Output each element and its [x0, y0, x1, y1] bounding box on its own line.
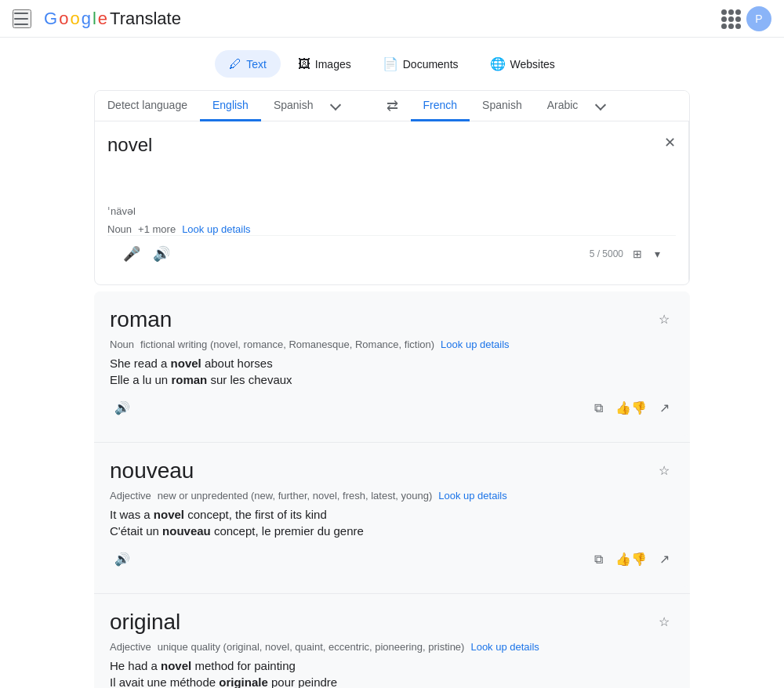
example-fr: Il avait une méthode originale pour pein…	[110, 675, 674, 688]
images-icon: 🖼	[298, 57, 310, 71]
more-options-button[interactable]: ▾	[652, 244, 663, 263]
list-item: roman ☆ Noun fictional writing (novel, r…	[94, 291, 690, 436]
tab-text-label: Text	[246, 58, 267, 71]
pos-row: Adjective unique quality (original, nove…	[110, 641, 674, 653]
translate-box: Detect language English Spanish ⇄ French…	[94, 90, 690, 285]
websites-icon: 🌐	[490, 56, 506, 71]
source-more-button[interactable]	[325, 95, 346, 118]
target-lang-selector: French Spanish Arabic	[411, 91, 690, 121]
lookup-link[interactable]: Look up details	[441, 339, 509, 350]
tab-images[interactable]: 🖼 Images	[284, 50, 365, 78]
synonyms: fictional writing (novel, romance, Roman…	[140, 339, 434, 350]
result-actions: ⧉ 👍👎 ↗	[590, 396, 674, 420]
copy-button[interactable]: ⧉	[590, 397, 608, 420]
more-tag: +1 more	[138, 223, 176, 235]
bold-word: novel	[154, 508, 184, 521]
lookup-details-link[interactable]: Look up details	[182, 223, 250, 235]
pos-row: Noun fictional writing (novel, romance, …	[110, 339, 674, 350]
example-fr: Elle a lu un roman sur les chevaux	[110, 373, 674, 386]
source-panel: ✕ novel ˈnävəl Noun +1 more Look up deta…	[95, 121, 689, 284]
source-english-button[interactable]: English	[200, 91, 261, 121]
result-actions: ⧉ 👍👎 ↗	[590, 547, 674, 571]
bold-word-fr: nouveau	[162, 524, 211, 538]
speaker-button[interactable]: 🔊	[150, 242, 173, 266]
clear-button[interactable]: ✕	[661, 131, 679, 154]
list-item: original ☆ Adjective unique quality (ori…	[94, 594, 690, 688]
results-area: roman ☆ Noun fictional writing (novel, r…	[94, 291, 690, 688]
copy-button[interactable]: ⧉	[590, 548, 608, 571]
detect-language-button[interactable]: Detect language	[95, 91, 200, 121]
translation-word: roman	[110, 307, 172, 332]
target-arabic-button[interactable]: Arabic	[535, 91, 591, 121]
app-name: Translate	[110, 9, 181, 29]
save-button[interactable]: ☆	[654, 610, 674, 634]
char-count: 5 / 5000 ⊞ ▾	[590, 244, 663, 263]
tab-images-label: Images	[315, 58, 351, 71]
audio-button[interactable]: 🔊	[110, 396, 135, 420]
bold-word: novel	[171, 357, 201, 370]
pos-tag: Noun	[107, 223, 132, 235]
target-more-button[interactable]	[590, 95, 611, 118]
share-button[interactable]: ↗	[655, 396, 674, 420]
example-en: It was a novel concept, the first of its…	[110, 508, 674, 521]
pos-row: Adjective new or unpredented (new, furth…	[110, 490, 674, 502]
audio-button[interactable]: 🔊	[110, 547, 135, 571]
lookup-link[interactable]: Look up details	[470, 641, 539, 653]
lookup-link[interactable]: Look up details	[438, 490, 506, 502]
tab-websites[interactable]: 🌐 Websites	[476, 50, 569, 78]
translation-word: original	[110, 610, 180, 635]
app-header: Google Translate P	[0, 0, 784, 38]
target-french-button[interactable]: French	[411, 91, 470, 121]
pos-label: Adjective	[110, 641, 151, 653]
tab-text[interactable]: 🖊 Text	[215, 50, 281, 78]
bold-word: novel	[161, 659, 191, 672]
result-footer: 🔊 ⧉ 👍👎 ↗	[110, 547, 674, 571]
translation-word: nouveau	[110, 458, 194, 483]
source-lang-selector: Detect language English Spanish	[95, 91, 374, 121]
chevron-down-icon	[330, 99, 341, 110]
example-en: He had a novel method for painting	[110, 659, 674, 672]
mic-button[interactable]: 🎤	[120, 242, 143, 266]
chevron-down-icon	[595, 99, 606, 110]
save-button[interactable]: ☆	[654, 307, 674, 331]
pos-label: Adjective	[110, 490, 151, 502]
feedback-thumb-button[interactable]: 👍👎	[611, 547, 652, 571]
pos-label: Noun	[110, 339, 134, 350]
main-content: 🖊 Text 🖼 Images 📄 Documents 🌐 Websites D…	[82, 38, 702, 688]
swap-icon: ⇄	[387, 97, 398, 114]
tab-documents-label: Documents	[403, 58, 459, 71]
synonyms: unique quality (original, novel, quaint,…	[158, 641, 465, 653]
tab-websites-label: Websites	[510, 58, 555, 71]
example-fr: C'était un nouveau concept, le premier d…	[110, 524, 674, 538]
documents-icon: 📄	[383, 56, 398, 71]
swap-languages-button[interactable]: ⇄	[374, 91, 411, 121]
phonetic-text: ˈnävəl	[107, 205, 676, 217]
apps-button[interactable]	[721, 9, 740, 28]
source-input[interactable]: novel	[107, 134, 676, 200]
language-bar: Detect language English Spanish ⇄ French…	[95, 91, 689, 121]
format-button[interactable]: ⊞	[630, 244, 645, 263]
text-icon: 🖊	[229, 57, 241, 71]
menu-button[interactable]	[13, 9, 31, 28]
avatar[interactable]: P	[746, 6, 771, 31]
source-spanish-button[interactable]: Spanish	[261, 91, 326, 121]
tab-documents[interactable]: 📄 Documents	[368, 50, 473, 78]
example-en: She read a novel about horses	[110, 357, 674, 370]
source-footer: 🎤 🔊 5 / 5000 ⊞ ▾	[107, 235, 676, 272]
feedback-thumb-button[interactable]: 👍👎	[611, 396, 652, 420]
share-button[interactable]: ↗	[655, 547, 674, 571]
bold-word-fr: roman	[171, 373, 207, 386]
list-item: nouveau ☆ Adjective new or unpredented (…	[94, 443, 690, 587]
source-tags: Noun +1 more Look up details	[107, 223, 676, 235]
app-logo: Google Translate	[44, 9, 181, 29]
save-button[interactable]: ☆	[654, 458, 674, 483]
mode-tabs: 🖊 Text 🖼 Images 📄 Documents 🌐 Websites	[94, 50, 690, 78]
result-footer: 🔊 ⧉ 👍👎 ↗	[110, 396, 674, 420]
synonyms: new or unpredented (new, further, novel,…	[158, 490, 433, 502]
target-spanish-button[interactable]: Spanish	[470, 91, 535, 121]
bold-word-fr: originale	[219, 675, 268, 688]
